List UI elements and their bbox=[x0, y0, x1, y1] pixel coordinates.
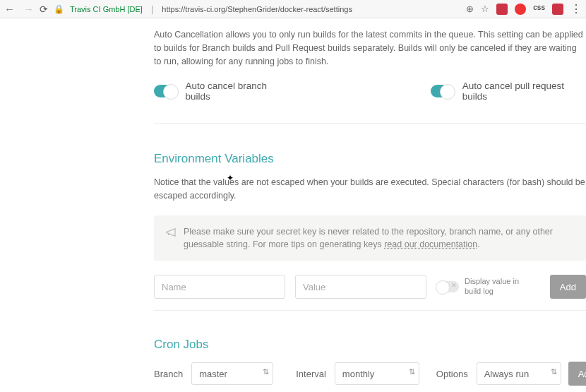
env-vars-notice: Notice that the values are not escaped w… bbox=[154, 176, 586, 203]
forward-button[interactable]: → bbox=[23, 3, 34, 15]
reload-button[interactable]: ⟳ bbox=[40, 4, 48, 15]
browser-menu-icon[interactable]: ⋮ bbox=[570, 2, 582, 16]
url-text[interactable]: https://travis-ci.org/StephenGrider/dock… bbox=[162, 5, 352, 13]
interval-label: Interval bbox=[296, 369, 326, 379]
branch-select[interactable]: master bbox=[191, 362, 273, 385]
options-label: Options bbox=[436, 369, 468, 379]
display-value-label: Display value in build log bbox=[465, 277, 528, 297]
secret-tip-text: Please make sure your secret key is neve… bbox=[184, 227, 553, 249]
add-env-button[interactable]: Add bbox=[550, 275, 586, 299]
zoom-icon[interactable]: ⊕ bbox=[466, 4, 474, 14]
extension-icon[interactable] bbox=[496, 4, 508, 15]
auto-cancel-branch-toggle[interactable] bbox=[154, 85, 177, 97]
secret-key-tip-box: Please make sure your secret key is neve… bbox=[154, 215, 586, 261]
cron-jobs-heading: Cron Jobs bbox=[154, 338, 586, 352]
env-name-input[interactable] bbox=[154, 275, 285, 299]
auto-cancel-description: Auto Cancellation allows you to only run… bbox=[154, 28, 586, 68]
extension-icon[interactable] bbox=[515, 4, 526, 15]
options-select[interactable]: Always run bbox=[477, 362, 561, 385]
auto-cancel-branch-label: Auto cancel branch builds bbox=[186, 81, 290, 102]
add-cron-button[interactable]: Add bbox=[568, 362, 586, 386]
browser-address-bar: ← → ⟳ 🔒 Travis CI GmbH [DE] | https://tr… bbox=[0, 0, 586, 18]
extension-icon[interactable] bbox=[552, 4, 563, 15]
section-divider bbox=[154, 123, 586, 124]
env-vars-heading: Environment Variables bbox=[154, 152, 586, 166]
display-value-toggle[interactable] bbox=[436, 281, 459, 292]
back-button[interactable]: ← bbox=[4, 3, 15, 15]
auto-cancel-pr-label: Auto cancel pull request builds bbox=[462, 81, 586, 102]
extension-icon[interactable]: css bbox=[533, 4, 545, 15]
branch-label: Branch bbox=[154, 369, 183, 379]
url-divider: | bbox=[151, 4, 153, 14]
section-divider bbox=[154, 310, 586, 311]
env-value-input[interactable] bbox=[295, 275, 426, 299]
auto-cancel-pr-toggle[interactable] bbox=[431, 85, 454, 97]
ssl-org-label: Travis CI GmbH [DE] bbox=[70, 5, 143, 13]
interval-select[interactable]: monthly bbox=[335, 362, 419, 385]
bookmark-star-icon[interactable]: ☆ bbox=[481, 4, 489, 14]
megaphone-icon bbox=[165, 227, 177, 238]
documentation-link[interactable]: read our documentation bbox=[384, 239, 477, 249]
lock-icon: 🔒 bbox=[54, 4, 64, 14]
